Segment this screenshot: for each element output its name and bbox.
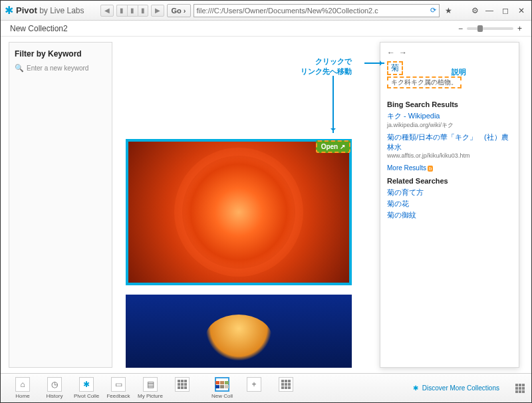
- pivot-logo-icon: ✱: [413, 384, 418, 392]
- grid-icon: [279, 377, 293, 392]
- grid-icon: [175, 377, 190, 392]
- panel-item-title[interactable]: 菊: [387, 61, 403, 75]
- feedback-icon: ▭: [111, 377, 126, 392]
- bottom-history[interactable]: ◷History: [39, 377, 70, 399]
- app-name: Pivot: [16, 5, 37, 15]
- close-button[interactable]: ✕: [515, 5, 527, 17]
- search-result-source: www.afftis.or.jp/kiku/kiku03.htm: [387, 152, 512, 159]
- refresh-icon[interactable]: ⟳: [430, 6, 436, 15]
- plus-icon: +: [247, 377, 261, 392]
- collection-thumb-icon: [215, 377, 229, 392]
- related-search-link[interactable]: 菊の育て方: [387, 188, 512, 198]
- zoom-control: − +: [458, 24, 522, 33]
- panel-item-desc: キク科キク属の植物。: [387, 76, 462, 88]
- annotation-arrow-down: [332, 76, 334, 133]
- bottom-grid-view[interactable]: [167, 377, 198, 399]
- zoom-slider[interactable]: [467, 27, 513, 30]
- annotation-explain: 説明: [452, 67, 466, 77]
- page-title: New Collection2: [10, 24, 68, 33]
- search-result-link[interactable]: キク - Wikipedia: [387, 111, 512, 121]
- keyword-placeholder: Enter a new keyword: [27, 65, 88, 72]
- home-icon: ⌂: [15, 377, 30, 392]
- flower-image: [128, 142, 349, 283]
- zoom-out-button[interactable]: −: [458, 24, 463, 33]
- bottom-pivot-collections[interactable]: ✱Pivot Colle: [71, 377, 102, 399]
- nav-seg-3[interactable]: ▮: [138, 5, 148, 17]
- info-panel: ← → 菊 キク科キク属の植物。 Bing Search Results キク …: [380, 42, 519, 368]
- tile-jellyfish[interactable]: [126, 295, 352, 368]
- zoom-thumb[interactable]: [477, 25, 483, 32]
- address-text: file:///C:/Users/Owner/Documents/New%20C…: [197, 7, 378, 15]
- settings-button[interactable]: ⚙: [469, 5, 481, 17]
- pivot-logo-icon: ✱: [5, 4, 13, 17]
- bottom-feedback[interactable]: ▭Feedback: [103, 377, 134, 399]
- zoom-in-button[interactable]: +: [517, 24, 522, 33]
- filter-heading: Filter by Keyword: [15, 49, 106, 59]
- bottom-my-pictures[interactable]: ▤My Picture: [135, 377, 166, 399]
- more-results-link[interactable]: More Resultsb: [387, 164, 433, 172]
- tile-selected[interactable]: Open ↗: [126, 139, 352, 285]
- history-icon: ◷: [47, 377, 62, 392]
- nav-history-segment: ▮ ▮ ▮: [116, 5, 148, 17]
- discover-link[interactable]: ✱ Discover More Collections: [413, 384, 499, 392]
- minimize-button[interactable]: —: [483, 5, 495, 17]
- view-grid-icon[interactable]: [515, 384, 525, 393]
- favorite-button[interactable]: ★: [442, 5, 454, 17]
- search-result-link[interactable]: 菊の種類/日本の華「キク」 (社）農林水: [387, 132, 512, 152]
- go-button[interactable]: Go ›: [167, 4, 191, 17]
- panel-back-button[interactable]: ←: [387, 48, 395, 57]
- nav-seg-1[interactable]: ▮: [116, 5, 127, 17]
- app-byline: by Live Labs: [39, 6, 84, 15]
- bottom-home[interactable]: ⌂Home: [7, 377, 38, 399]
- maximize-button[interactable]: ◻: [499, 5, 511, 17]
- panel-forward-button[interactable]: →: [399, 48, 407, 57]
- sub-header: New Collection2 − +: [1, 21, 531, 37]
- bing-icon: b: [428, 166, 433, 172]
- nav-forward-button[interactable]: ▶: [151, 5, 164, 17]
- bottom-bar: ⌂Home ◷History ✱Pivot Colle ▭Feedback ▤M…: [1, 373, 531, 402]
- related-search-link[interactable]: 菊の御紋: [387, 210, 512, 220]
- title-bar: ✱ Pivot by Live Labs ◀ ▮ ▮ ▮ ▶ Go › file…: [1, 1, 531, 21]
- annotation-click-link: クリックで リンク先へ移動: [301, 57, 352, 76]
- related-heading: Related Searches: [387, 177, 512, 185]
- app-logo: ✱ Pivot by Live Labs: [5, 4, 84, 17]
- search-icon: 🔍: [15, 64, 24, 72]
- search-result-source: ja.wikipedia.org/wiki/キク: [387, 121, 512, 130]
- pictures-icon: ▤: [143, 377, 158, 392]
- annotation-arrow-right: [364, 63, 384, 64]
- bottom-current-collection[interactable]: New Coll: [207, 377, 237, 399]
- keyword-input[interactable]: 🔍 Enter a new keyword: [15, 64, 106, 72]
- nav-back-button[interactable]: ◀: [100, 5, 114, 17]
- related-search-link[interactable]: 菊の花: [387, 199, 512, 209]
- open-badge[interactable]: Open ↗: [316, 140, 350, 153]
- bottom-add-collection[interactable]: +: [239, 377, 269, 399]
- nav-seg-2[interactable]: ▮: [127, 5, 138, 17]
- pivot-icon: ✱: [79, 377, 94, 392]
- filter-sidebar: Filter by Keyword 🔍 Enter a new keyword: [9, 42, 112, 368]
- bing-heading: Bing Search Results: [387, 100, 512, 108]
- bottom-grid-view-2[interactable]: [271, 377, 301, 399]
- address-bar[interactable]: file:///C:/Users/Owner/Documents/New%20C…: [194, 4, 440, 17]
